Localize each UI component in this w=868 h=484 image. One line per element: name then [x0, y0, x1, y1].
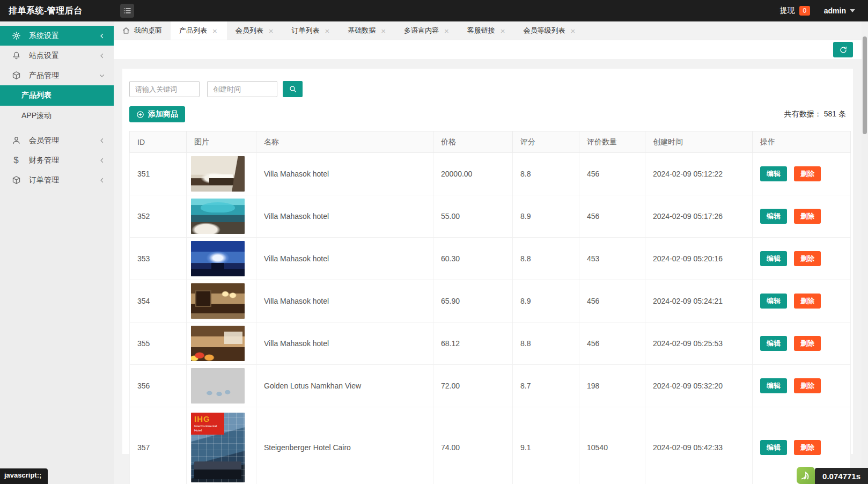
refresh-button[interactable] [833, 42, 853, 57]
close-icon[interactable]: × [570, 26, 577, 36]
scrollbar-thumb[interactable] [863, 36, 867, 134]
edit-button[interactable]: 编辑 [760, 378, 787, 393]
close-icon[interactable]: × [324, 26, 331, 36]
close-icon[interactable]: × [443, 26, 450, 36]
cell-id: 357 [130, 407, 187, 484]
edit-button[interactable]: 编辑 [760, 336, 787, 351]
keyword-input[interactable] [129, 81, 200, 97]
sidebar-item-product-management[interactable]: 产品管理 [0, 65, 114, 85]
edit-button[interactable]: 编辑 [760, 294, 787, 309]
add-product-label: 添加商品 [148, 109, 178, 119]
cell-reviews: 456 [579, 153, 645, 195]
cell-image [187, 195, 256, 238]
edit-button[interactable]: 编辑 [760, 166, 787, 181]
tab-label: 会员等级列表 [524, 26, 565, 35]
cell-image [187, 280, 256, 322]
list-menu-icon [123, 6, 131, 15]
delete-button[interactable]: 删除 [794, 166, 821, 181]
refresh-icon [839, 46, 848, 54]
col-header-name: 名称 [256, 131, 433, 153]
withdraw-menu[interactable]: 提现 0 [780, 6, 810, 16]
delete-button[interactable]: 删除 [794, 440, 821, 455]
sidebar-item-finance-management[interactable]: $ 财务管理 [0, 150, 114, 170]
chevron-down-icon [99, 72, 105, 79]
cell-price: 68.12 [433, 322, 513, 365]
delete-button[interactable]: 删除 [794, 294, 821, 309]
sidebar-item-order-management[interactable]: 订单管理 [0, 170, 114, 190]
cell-reviews: 456 [579, 322, 645, 365]
tab-label: 基础数据 [348, 26, 376, 35]
sidebar-item-site-settings[interactable]: 站点设置 [0, 46, 114, 65]
sidebar-item-label: 会员管理 [29, 136, 99, 145]
close-icon[interactable]: × [268, 26, 275, 36]
tab-my-desktop[interactable]: 我的桌面 [114, 21, 171, 40]
sidebar-item-label: 系统设置 [29, 31, 99, 41]
chevron-left-icon [99, 33, 105, 39]
cell-price: 72.00 [433, 365, 513, 407]
user-icon [11, 135, 21, 146]
table-row: 357 IHG InterContinental Hotel Steigenbe… [130, 407, 851, 484]
edit-button[interactable]: 编辑 [760, 209, 787, 224]
chevron-left-icon [99, 53, 105, 59]
filter-row [129, 81, 846, 97]
cell-actions: 编辑 删除 [753, 365, 851, 407]
dollar-icon: $ [11, 155, 21, 166]
tab-order-list[interactable]: 订单列表 × [283, 21, 340, 40]
tabs-bar: 我的桌面 产品列表 × 会员列表 × 订单列表 × 基础数据 × 多语言内容 × [114, 21, 862, 40]
cell-actions: 编辑 删除 [753, 153, 851, 195]
tab-product-list[interactable]: 产品列表 × [171, 21, 227, 40]
product-image[interactable]: IHG InterContinental Hotel [191, 413, 245, 482]
cell-name: Villa Mahasok hotel [256, 322, 433, 365]
tab-member-level-list[interactable]: 会员等级列表 × [515, 21, 585, 40]
search-button[interactable] [283, 81, 303, 97]
sidebar-item-label: 财务管理 [29, 156, 99, 165]
table-row: 353 Villa Mahasok hotel 60.30 8.8 453 20… [130, 238, 851, 280]
withdraw-label: 提现 [780, 6, 795, 16]
edit-button[interactable]: 编辑 [760, 440, 787, 455]
delete-button[interactable]: 删除 [794, 209, 821, 224]
cell-score: 8.8 [513, 153, 579, 195]
status-bar-link-hint: javascript:; [0, 468, 48, 484]
product-image[interactable] [191, 199, 245, 234]
tab-member-list[interactable]: 会员列表 × [227, 21, 283, 40]
tab-basic-data[interactable]: 基础数据 × [339, 21, 395, 40]
delete-button[interactable]: 删除 [794, 336, 821, 351]
sidebar-toggle-button[interactable] [120, 4, 134, 18]
cell-price: 60.30 [433, 238, 513, 280]
product-image[interactable] [191, 241, 245, 276]
sidebar-item-member-management[interactable]: 会员管理 [0, 130, 114, 150]
sidebar-subitem-product-list[interactable]: 产品列表 [0, 85, 114, 106]
delete-button[interactable]: 删除 [794, 251, 821, 266]
sidebar-item-label: 站点设置 [29, 51, 99, 61]
top-header: 排单系统-管理后台 提现 0 admin [0, 0, 868, 21]
tab-service-link[interactable]: 客服链接 × [459, 21, 515, 40]
close-icon[interactable]: × [499, 26, 506, 36]
cell-image [187, 365, 256, 407]
product-image[interactable] [191, 326, 245, 361]
close-icon[interactable]: × [211, 26, 218, 36]
create-time-input[interactable] [207, 81, 277, 97]
cube-icon [11, 175, 21, 186]
tab-multilanguage[interactable]: 多语言内容 × [395, 21, 459, 40]
cell-image [187, 153, 256, 195]
product-table: ID 图片 名称 价格 评分 评价数量 创建时间 操作 351 [129, 131, 851, 484]
user-menu[interactable]: admin [824, 6, 855, 15]
chevron-left-icon [99, 137, 105, 144]
tab-label: 多语言内容 [404, 26, 439, 35]
cell-image: IHG InterContinental Hotel [187, 407, 256, 484]
sidebar-item-system-settings[interactable]: 系统设置 [0, 26, 114, 46]
add-product-button[interactable]: 添加商品 [129, 106, 185, 122]
close-icon[interactable]: × [380, 26, 387, 36]
product-image[interactable] [191, 368, 245, 404]
header-right: 提现 0 admin [780, 6, 868, 16]
admin-app: 排单系统-管理后台 提现 0 admin [0, 0, 868, 484]
sidebar: 系统设置 站点设置 产品管理 [0, 21, 114, 484]
delete-button[interactable]: 删除 [794, 378, 821, 393]
cell-id: 355 [130, 322, 187, 365]
vertical-scrollbar[interactable] [862, 21, 868, 484]
edit-button[interactable]: 编辑 [760, 251, 787, 266]
sidebar-subitem-app-scroll[interactable]: APP滚动 [0, 106, 114, 126]
product-image[interactable] [191, 156, 245, 192]
product-image[interactable] [191, 283, 245, 319]
cell-reviews: 198 [579, 365, 645, 407]
